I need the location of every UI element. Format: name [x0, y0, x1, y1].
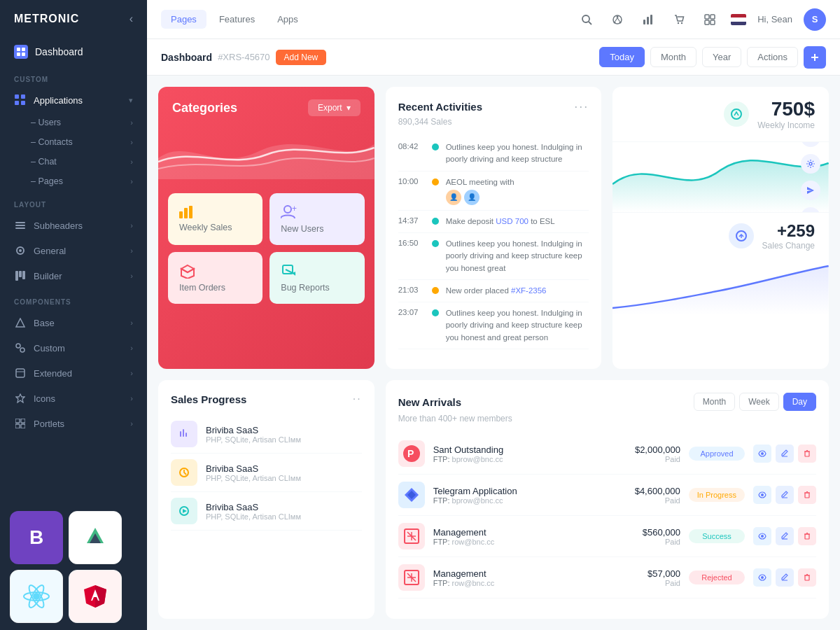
arrivals-view-btn-2[interactable]: [753, 486, 771, 504]
sidebar-item-custom[interactable]: Custom ›: [0, 335, 147, 360]
svg-rect-44: [643, 20, 645, 24]
today-button[interactable]: Today: [599, 47, 645, 67]
cart-icon[interactable]: [669, 10, 689, 29]
arrivals-row-3: Management FTP: row@bnc.cc $560,000 Paid…: [398, 516, 816, 557]
add-icon-button[interactable]: [804, 46, 826, 69]
svg-rect-56: [184, 208, 188, 218]
arrivals-del-btn-2[interactable]: [798, 486, 816, 504]
category-bug-reports[interactable]: Bug Reports: [270, 252, 364, 304]
app-icon-angular[interactable]: [69, 570, 122, 623]
sidebar-item-users[interactable]: Users ›: [0, 113, 147, 132]
arrivals-del-btn-4[interactable]: [798, 568, 816, 587]
sidebar-item-portlets[interactable]: Portlets ›: [0, 411, 147, 436]
app-icon-react[interactable]: [10, 570, 63, 623]
sidebar-item-applications[interactable]: Applications ▾: [0, 88, 147, 113]
svg-rect-2: [17, 52, 20, 56]
year-button[interactable]: Year: [702, 47, 741, 67]
activity-dot-5: [432, 287, 439, 294]
sidebar-item-pages[interactable]: Pages ›: [0, 172, 147, 191]
svg-point-17: [16, 344, 20, 348]
arrivals-edit-btn-3[interactable]: [776, 527, 794, 545]
svg-marker-60: [181, 265, 194, 272]
arrivals-del-btn-3[interactable]: [798, 527, 816, 545]
svg-rect-55: [179, 211, 183, 218]
svg-rect-3: [22, 52, 25, 56]
send-icon[interactable]: [801, 181, 820, 200]
sales-row-1: Briviba SaaS PHP, SQLite, Artisan CLIмм: [171, 415, 362, 454]
extended-label: Extended: [34, 368, 72, 379]
sidebar-item-icons[interactable]: Icons ›: [0, 386, 147, 411]
activities-options-icon[interactable]: ···: [574, 99, 589, 114]
general-chevron-icon: ›: [130, 246, 133, 255]
grid-icon[interactable]: [700, 10, 720, 29]
sidebar-item-extended[interactable]: Extended ›: [0, 360, 147, 386]
icons-icon: [14, 392, 27, 405]
breadcrumb: Dashboard #XRS-45670 Add New: [161, 50, 326, 65]
arrivals-tab-group: Month Week Day: [694, 393, 816, 411]
network-icon[interactable]: [608, 10, 627, 29]
arrivals-logo-3: [398, 523, 425, 550]
search-icon[interactable]: [577, 10, 596, 29]
month-button[interactable]: Month: [650, 47, 696, 67]
sales-logo-3: [171, 498, 197, 524]
activity-row-4: 16:50 Outlines keep you honest. Indulgin…: [398, 233, 589, 280]
income-icon: [724, 102, 749, 127]
svg-point-36: [582, 15, 589, 22]
nav-tabs: Pages Features Apps: [161, 10, 308, 29]
language-flag-icon[interactable]: [731, 14, 746, 25]
arrivals-edit-btn-1[interactable]: [776, 444, 794, 463]
nav-tab-apps[interactable]: Apps: [267, 10, 308, 29]
sidebar-item-chat[interactable]: Chat ›: [0, 152, 147, 172]
svg-rect-10: [15, 227, 25, 229]
sidebar-item-general[interactable]: General ›: [0, 238, 147, 263]
arrivals-name-3: Management: [433, 527, 609, 538]
builder-label: Builder: [34, 271, 62, 281]
category-new-users[interactable]: + New Users: [270, 193, 364, 245]
sidebar-item-subheaders[interactable]: Subheaders ›: [0, 213, 147, 238]
arrivals-view-btn-4[interactable]: [753, 568, 771, 587]
users-chevron-icon: ›: [130, 118, 133, 127]
svg-rect-0: [17, 48, 20, 51]
category-item-orders[interactable]: Item Orders: [168, 252, 262, 304]
sidebar-toggle-icon[interactable]: ‹: [130, 13, 133, 25]
section-custom-label: CUSTOM: [0, 66, 147, 88]
arrivals-row-2: Telegram Application FTP: bprow@bnc.cc $…: [398, 475, 816, 516]
export-button[interactable]: Export ▾: [308, 99, 360, 116]
arrivals-tab-month[interactable]: Month: [694, 393, 735, 411]
svg-rect-73: [180, 431, 181, 437]
arrivals-edit-btn-4[interactable]: [776, 568, 794, 587]
arrivals-view-btn-3[interactable]: [753, 527, 771, 545]
arrivals-edit-btn-2[interactable]: [776, 486, 794, 504]
sidebar-item-base[interactable]: Base ›: [0, 310, 147, 335]
deposit-highlight: USD 700: [496, 217, 528, 225]
nav-tab-features[interactable]: Features: [209, 10, 265, 29]
arrivals-ftp-2: FTP: bprow@bnc.cc: [433, 496, 609, 505]
arrivals-view-btn-1[interactable]: [753, 444, 771, 463]
add-new-button[interactable]: Add New: [276, 50, 327, 65]
arrivals-actions-1: [753, 444, 816, 463]
avatar-2: 👤: [464, 190, 479, 205]
new-arrivals-card: New Arrivals Month Week Day More than 40…: [386, 380, 829, 619]
activity-text-5: New order placed #XF-2356: [446, 285, 589, 297]
sidebar-item-contacts[interactable]: Contacts ›: [0, 132, 147, 152]
nav-tab-pages[interactable]: Pages: [161, 10, 206, 29]
sales-info-3: Briviba SaaS PHP, SQLite, Artisan CLIмм: [206, 502, 362, 521]
arrivals-amount-2: $4,600,000 Paid: [617, 486, 680, 505]
arrivals-del-btn-1[interactable]: [798, 444, 816, 463]
actions-button[interactable]: Actions: [747, 47, 798, 67]
activities-subtitle: 890,344 Sales: [398, 117, 589, 127]
app-icon-bootstrap[interactable]: B: [10, 511, 63, 564]
chart-icon[interactable]: [638, 10, 658, 29]
user-avatar[interactable]: S: [804, 8, 826, 31]
filter-icon[interactable]: [801, 142, 820, 147]
sidebar-item-builder[interactable]: Builder ›: [0, 263, 147, 288]
sales-options-icon[interactable]: ··: [353, 393, 362, 405]
app-icon-vue[interactable]: [69, 511, 122, 564]
notification-icon[interactable]: [801, 207, 820, 212]
arrivals-tab-day[interactable]: Day: [783, 393, 816, 411]
settings-icon[interactable]: [801, 154, 820, 174]
category-weekly-sales[interactable]: Weekly Sales: [168, 193, 262, 245]
sidebar-dashboard-item[interactable]: Dashboard: [0, 38, 147, 66]
arrivals-tab-week[interactable]: Week: [739, 393, 778, 411]
sales-change-chart-svg: [612, 259, 829, 315]
